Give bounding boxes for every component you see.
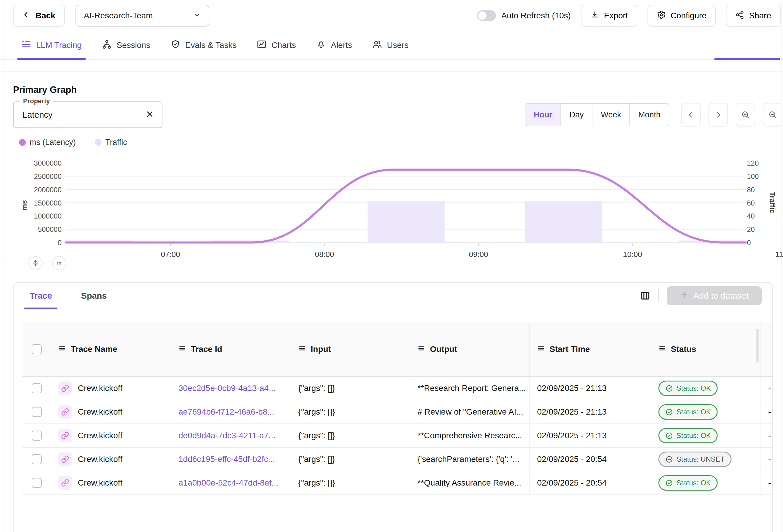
drag-handle-button[interactable] (52, 256, 66, 270)
trace-id-cell: 1dd6c195-effc-45df-b2fc... (171, 448, 291, 471)
start-time-value: 02/09/2025 - 20:54 (537, 455, 607, 464)
header-input[interactable]: Input (291, 322, 410, 377)
tab-charts[interactable]: Charts (255, 31, 297, 59)
zoom-in-button[interactable] (735, 103, 755, 127)
trace-id-link[interactable]: 30ec2d5e-0cb9-4a13-a4... (179, 384, 276, 393)
trace-name-cell[interactable]: Crew.kickoff (51, 400, 171, 424)
row-checkbox[interactable] (32, 431, 42, 441)
tab-spans[interactable]: Spans (76, 283, 112, 309)
trace-id-link[interactable]: ae7694b6-f712-46a6-b8... (179, 407, 274, 417)
header-output[interactable]: Output (410, 322, 530, 377)
tab-users[interactable]: Users (371, 31, 410, 59)
property-field-value: Latency (23, 110, 145, 120)
trace-id-link[interactable]: de0d9d4a-7dc3-4211-a7... (179, 431, 276, 440)
back-button[interactable]: Back (13, 5, 65, 27)
range-and-nav-controls: Hour Day Week Month (525, 103, 782, 127)
chart-canvas[interactable]: 0500000100000015000002000000250000030000… (0, 154, 783, 260)
output-cell[interactable]: **Research Report: Genera... (410, 377, 530, 400)
latency-traffic-chart[interactable]: 0500000100000015000002000000250000030000… (0, 154, 783, 261)
status-cell: Status: UNSET (651, 448, 761, 471)
tab-sessions[interactable]: Sessions (100, 31, 152, 59)
table-scrollbar-thumb[interactable] (756, 329, 759, 363)
extra-cell: - (761, 471, 772, 495)
tab-evals-tasks[interactable]: Evals & Tasks (169, 31, 239, 59)
link-icon (58, 429, 72, 442)
output-cell[interactable]: {'searchParameters': {'q': '... (410, 448, 530, 471)
pan-right-button[interactable] (709, 103, 728, 127)
collapse-chart-button[interactable] (28, 256, 42, 270)
pan-left-button[interactable] (681, 103, 701, 127)
left-axis-tick: 1000000 (34, 212, 62, 220)
input-cell[interactable]: {"args": []} (291, 448, 410, 471)
legend-item-latency[interactable]: ms (Latency) (19, 138, 76, 147)
property-field[interactable]: Property Latency (13, 101, 162, 128)
header-divider (0, 71, 783, 72)
tab-label: Evals & Tasks (185, 40, 237, 50)
header-start-time[interactable]: Start Time (530, 322, 651, 377)
input-value: {"args": []} (298, 455, 335, 464)
input-cell[interactable]: {"args": []} (291, 377, 410, 400)
rows-icon (298, 344, 306, 354)
range-day-button[interactable]: Day (561, 104, 592, 126)
link-icon (58, 405, 72, 419)
output-cell[interactable]: **Quality Assurance Revie... (410, 471, 530, 495)
output-cell[interactable]: **Comprehensive Researc... (410, 424, 530, 448)
vertical-divider (658, 289, 659, 302)
trace-name-cell[interactable]: Crew.kickoff (51, 471, 171, 495)
start-time-cell: 02/09/2025 - 21:13 (530, 400, 651, 424)
row-checkbox[interactable] (32, 383, 42, 393)
row-select-cell (23, 424, 51, 448)
trace-panel: Trace Spans Add to dataset Trace Name (13, 282, 773, 532)
columns-icon[interactable] (639, 290, 651, 301)
start-time-cell: 02/09/2025 - 20:54 (530, 448, 651, 471)
extra-cell: - (761, 400, 772, 424)
status-cell: Status: OK (651, 471, 761, 495)
header-trace-id[interactable]: Trace Id (171, 322, 291, 377)
trace-name: Crew.kickoff (78, 478, 122, 488)
row-checkbox[interactable] (32, 407, 42, 417)
output-cell[interactable]: # Review of "Generative AI... (410, 400, 530, 424)
header-trace-name[interactable]: Trace Name (51, 322, 171, 377)
export-label: Export (604, 11, 628, 21)
project-select[interactable]: AI-Research-Team (75, 5, 209, 27)
select-all-checkbox[interactable] (32, 344, 42, 354)
trace-name-cell[interactable]: Crew.kickoff (51, 448, 171, 471)
rows-icon (58, 344, 66, 354)
tab-label: Charts (271, 40, 295, 50)
row-checkbox[interactable] (32, 454, 42, 464)
trace-name-cell[interactable]: Crew.kickoff (51, 424, 171, 448)
input-cell[interactable]: {"args": []} (291, 400, 410, 424)
status-label: Status: OK (677, 408, 711, 416)
auto-refresh-toggle[interactable] (477, 10, 496, 21)
trace-name-cell[interactable]: Crew.kickoff (51, 377, 171, 400)
range-hour-button[interactable]: Hour (525, 104, 561, 126)
x-tick-label: 08:00 (315, 250, 334, 259)
tab-alerts[interactable]: Alerts (314, 31, 354, 59)
left-axis-title: ms (20, 200, 28, 210)
legend-item-traffic[interactable]: Traffic (95, 138, 127, 147)
tabbar-scroll-indicator[interactable] (714, 58, 780, 60)
row-checkbox[interactable] (32, 478, 42, 488)
range-month-button[interactable]: Month (629, 104, 669, 126)
start-time-value: 02/09/2025 - 20:54 (537, 478, 607, 488)
zoom-out-button[interactable] (763, 103, 782, 127)
clear-icon[interactable] (145, 110, 154, 120)
share-button[interactable]: Share (726, 5, 781, 27)
header-status[interactable]: Status (651, 322, 761, 377)
extra-value: - (768, 431, 771, 440)
tab-llm-tracing[interactable]: LLM Tracing (20, 31, 84, 59)
check-circle-icon (665, 385, 673, 392)
add-to-dataset-button[interactable]: Add to dataset (667, 286, 762, 305)
trace-id-link[interactable]: 1dd6c195-effc-45df-b2fc... (179, 455, 275, 464)
export-button[interactable]: Export (581, 5, 637, 27)
input-cell[interactable]: {"args": []} (291, 424, 410, 448)
x-tick-label: 09:00 (469, 250, 488, 259)
status-label: Status: OK (677, 384, 711, 392)
trace-id-link[interactable]: a1a0b00e-52c4-47dd-8ef... (179, 478, 278, 488)
left-axis-tick: 0 (58, 239, 62, 246)
output-value: **Research Report: Genera... (417, 384, 526, 393)
configure-button[interactable]: Configure (648, 5, 716, 27)
range-week-button[interactable]: Week (592, 104, 629, 126)
input-cell[interactable]: {"args": []} (291, 471, 410, 495)
tab-trace[interactable]: Trace (24, 283, 57, 309)
